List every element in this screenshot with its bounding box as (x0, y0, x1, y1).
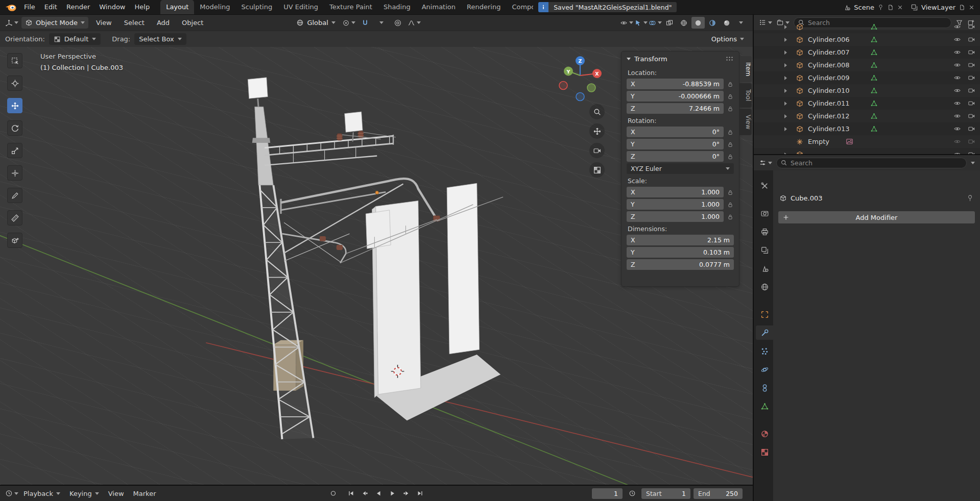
breadcrumb-object-name[interactable]: Cube.003 (791, 194, 823, 202)
lock-icon[interactable] (727, 93, 734, 100)
properties-search-input[interactable] (776, 158, 967, 168)
render-visibility-icon[interactable] (968, 36, 975, 43)
xray-toggle[interactable] (663, 17, 676, 29)
menu-render[interactable]: Render (62, 0, 94, 14)
shading-wireframe-button[interactable] (677, 17, 690, 29)
outliner-item[interactable]: Cylinder.008 (754, 59, 980, 71)
object-name[interactable]: Cylinder.009 (808, 71, 850, 84)
zoom-button[interactable] (589, 104, 605, 119)
pin-id-icon[interactable] (966, 194, 974, 202)
location-z-field[interactable]: Z7.2466 m (627, 103, 724, 114)
view-layer-name[interactable]: ViewLayer (921, 4, 955, 11)
object-name[interactable]: Cylinder.007 (808, 46, 850, 59)
outliner-item[interactable]: Cylinder.013 (754, 122, 980, 135)
jump-to-end-button[interactable] (414, 488, 426, 499)
outliner-item[interactable]: Cylinder.010 (754, 84, 980, 97)
pan-hand-button[interactable] (589, 123, 605, 139)
hide-eye-icon[interactable] (953, 87, 961, 94)
play-button[interactable] (386, 488, 399, 499)
options-popover[interactable]: Options (708, 33, 748, 45)
scale-y-field[interactable]: Y1.000 (627, 199, 724, 210)
lock-icon[interactable] (727, 105, 734, 112)
gizmo-x-axis-label[interactable]: X (595, 71, 599, 77)
lock-icon[interactable] (727, 141, 734, 148)
lock-icon[interactable] (727, 129, 734, 136)
expand-icon[interactable] (784, 25, 787, 29)
hide-eye-icon[interactable] (953, 125, 961, 133)
editor-type-properties-button[interactable] (759, 157, 772, 169)
render-visibility-icon[interactable] (968, 99, 975, 107)
outliner-item-partial[interactable] (754, 20, 980, 33)
rotation-mode-dropdown[interactable]: XYZ Euler (627, 163, 734, 174)
rotation-y-field[interactable]: Y0° (627, 139, 724, 149)
hide-eye-icon[interactable] (953, 23, 961, 31)
workspace-tab-modeling[interactable]: Modeling (194, 0, 235, 14)
snap-toggle[interactable] (358, 17, 372, 29)
pin-scene-icon[interactable] (877, 4, 884, 11)
menu-add[interactable]: Add (152, 16, 174, 30)
hide-eye-icon[interactable] (953, 99, 961, 107)
3d-viewport[interactable]: User Perspective (1) Collection | Cube.0… (0, 47, 753, 485)
expand-icon[interactable] (784, 127, 787, 131)
orthographic-toggle-button[interactable] (589, 162, 605, 178)
panel-grip-icon[interactable] (726, 56, 734, 61)
pivot-point-dropdown[interactable] (342, 17, 355, 29)
object-name[interactable]: Cylinder.011 (808, 97, 850, 110)
workspace-tab-shading[interactable]: Shading (378, 0, 416, 14)
dimensions-z-field[interactable]: Z0.0777 m (627, 259, 734, 270)
render-visibility-icon[interactable] (968, 48, 975, 56)
lock-icon[interactable] (727, 153, 734, 160)
object-type-visibility-dropdown[interactable] (620, 17, 633, 29)
new-scene-icon[interactable] (887, 4, 894, 11)
new-view-layer-icon[interactable] (959, 4, 965, 11)
tab-scene[interactable] (756, 261, 773, 275)
tab-object-data[interactable] (756, 399, 773, 413)
tab-object[interactable] (756, 307, 773, 321)
outliner-item-partial[interactable] (754, 148, 980, 154)
frame-start-field[interactable]: Start1 (641, 488, 690, 499)
show-gizmo-dropdown[interactable] (634, 17, 648, 29)
menu-timeline-view[interactable]: View (104, 490, 128, 497)
workspace-tab-rendering[interactable]: Rendering (461, 0, 506, 14)
expand-icon[interactable] (784, 63, 787, 67)
tab-texture[interactable] (756, 445, 773, 459)
lock-icon[interactable] (727, 201, 734, 208)
scale-z-field[interactable]: Z1.000 (627, 211, 724, 222)
scene-icon[interactable] (843, 4, 851, 11)
expand-icon[interactable] (784, 51, 787, 55)
location-x-field[interactable]: X-0.88539 m (627, 79, 724, 89)
render-visibility-icon[interactable] (968, 74, 975, 82)
render-visibility-icon[interactable] (968, 151, 975, 154)
menu-help[interactable]: Help (130, 0, 155, 14)
remove-view-layer-icon[interactable] (968, 4, 975, 11)
tab-tool[interactable] (756, 179, 773, 193)
tab-particles[interactable] (756, 344, 773, 358)
editor-type-timeline-button[interactable] (5, 488, 18, 499)
add-modifier-button[interactable]: Add Modifier (778, 211, 975, 223)
expand-icon[interactable] (784, 114, 787, 118)
camera-view-button[interactable] (589, 143, 605, 158)
render-visibility-icon[interactable] (968, 23, 975, 31)
preview-range-toggle[interactable] (626, 488, 638, 499)
menu-object[interactable]: Object (177, 16, 208, 30)
tool-scale[interactable] (7, 143, 22, 158)
scene-name[interactable]: Scene (854, 4, 874, 11)
show-overlays-dropdown[interactable] (649, 17, 662, 29)
editor-type-3d-viewport-button[interactable] (5, 17, 18, 29)
hide-eye-icon[interactable] (953, 112, 961, 120)
tab-modifiers[interactable] (756, 325, 773, 340)
properties-options-icon[interactable] (971, 162, 975, 164)
workspace-tab-animation[interactable]: Animation (416, 0, 461, 14)
transform-orientation-dropdown[interactable]: Global (293, 17, 339, 29)
expand-icon[interactable] (784, 38, 787, 42)
keying-popover[interactable]: Keying (65, 490, 103, 497)
hide-eye-icon[interactable] (953, 138, 961, 145)
object-name[interactable]: Cylinder.006 (808, 33, 850, 46)
tab-world[interactable] (756, 280, 773, 294)
expand-icon[interactable] (784, 89, 787, 93)
tab-output[interactable] (756, 224, 773, 239)
outliner-item-empty[interactable]: Empty (754, 135, 980, 148)
menu-window[interactable]: Window (94, 0, 130, 14)
render-visibility-icon[interactable] (968, 112, 975, 120)
tool-orientation-dropdown[interactable]: Default (49, 33, 101, 45)
